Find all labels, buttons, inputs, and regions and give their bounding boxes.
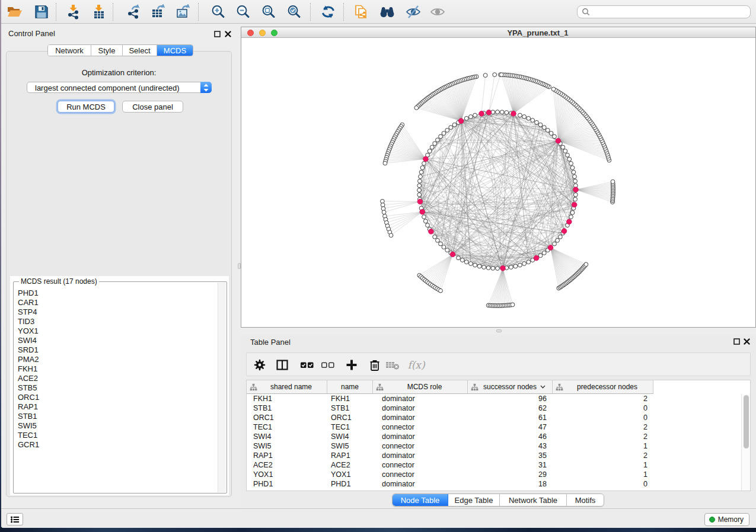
column-header-predecessor-nodes[interactable]: predecessor nodes	[553, 380, 653, 393]
network-node[interactable]	[433, 235, 437, 239]
network-node[interactable]	[556, 238, 560, 242]
search-field[interactable]	[577, 5, 751, 18]
network-node[interactable]	[442, 132, 446, 136]
network-node[interactable]	[509, 265, 513, 270]
network-leaf-node[interactable]	[499, 73, 503, 77]
column-header-shared-name[interactable]: shared name	[247, 380, 327, 393]
network-node[interactable]	[553, 242, 557, 246]
column-layout-icon[interactable]	[274, 357, 291, 373]
network-node[interactable]	[527, 116, 531, 120]
network-node[interactable]	[535, 120, 539, 124]
table-row[interactable]: RAP1RAP1dominator352	[247, 451, 750, 460]
cell-predecessor-nodes[interactable]: 1	[553, 470, 653, 479]
network-selected-node[interactable]	[479, 111, 484, 117]
network-node[interactable]	[442, 245, 446, 249]
mcds-result-item[interactable]: PHD1	[14, 289, 217, 298]
cell-MCDS-role[interactable]: connector	[373, 441, 468, 451]
network-node[interactable]	[505, 111, 509, 115]
deselect-all-icon[interactable]	[320, 357, 336, 373]
network-node[interactable]	[477, 264, 481, 268]
network-node[interactable]	[482, 265, 486, 270]
column-header-name[interactable]: name	[327, 380, 373, 393]
network-node[interactable]	[464, 260, 468, 264]
table-settings-icon[interactable]	[251, 357, 268, 373]
network-selected-node[interactable]	[500, 265, 506, 271]
network-leaf-node[interactable]	[439, 289, 443, 293]
table-row[interactable]: SWI4SWI4dominator462	[247, 432, 750, 441]
network-node[interactable]	[473, 113, 477, 117]
network-selected-node[interactable]	[548, 245, 553, 251]
mcds-result-item[interactable]: TEC1	[14, 431, 217, 440]
mcds-result-item[interactable]: STB5	[14, 383, 217, 393]
network-node[interactable]	[445, 129, 449, 133]
table-row[interactable]: PHD1PHD1dominator180	[247, 479, 750, 489]
network-node[interactable]	[546, 129, 550, 133]
tab-style[interactable]: Style	[91, 45, 123, 56]
cell-predecessor-nodes[interactable]: 2	[553, 451, 653, 460]
network-node[interactable]	[513, 264, 518, 268]
cell-successor-nodes[interactable]: 18	[468, 479, 553, 489]
mcds-result-item[interactable]: SRD1	[14, 345, 217, 355]
network-node[interactable]	[496, 267, 500, 271]
network-selected-node[interactable]	[511, 111, 516, 117]
network-node[interactable]	[433, 142, 437, 146]
network-node[interactable]	[491, 266, 495, 270]
network-view-titlebar[interactable]: YPA_prune.txt_1	[241, 27, 755, 38]
mcds-result-item[interactable]: GCR1	[14, 440, 217, 450]
float-panel-icon[interactable]	[214, 30, 221, 37]
open-file-icon[interactable]	[6, 3, 24, 21]
hide-selected-icon[interactable]	[404, 3, 422, 21]
cell-MCDS-role[interactable]: connector	[373, 470, 468, 479]
network-node[interactable]	[464, 116, 468, 120]
cell-shared-name[interactable]: STB1	[247, 403, 327, 413]
cell-predecessor-nodes[interactable]: 2	[553, 432, 653, 441]
network-node[interactable]	[531, 118, 535, 123]
network-leaf-node[interactable]	[381, 203, 385, 207]
network-node[interactable]	[527, 260, 531, 264]
network-selected-node[interactable]	[567, 219, 572, 225]
cell-successor-nodes[interactable]: 35	[468, 451, 553, 460]
network-node[interactable]	[445, 248, 449, 252]
mcds-result-item[interactable]: ACE2	[14, 374, 217, 383]
mcds-result-item[interactable]: YOX1	[14, 326, 217, 336]
save-session-icon[interactable]	[33, 3, 50, 21]
network-node[interactable]	[422, 215, 426, 219]
network-node[interactable]	[518, 113, 522, 117]
network-node[interactable]	[542, 251, 546, 255]
mcds-result-item[interactable]: RAP1	[14, 402, 217, 412]
cell-predecessor-nodes[interactable]: 2	[553, 422, 653, 432]
mcds-result-item[interactable]: SWI4	[14, 336, 217, 345]
network-selected-node[interactable]	[486, 110, 492, 116]
cell-successor-nodes[interactable]: 46	[468, 432, 553, 441]
mcds-result-item[interactable]: SWI5	[14, 421, 217, 431]
network-leaf-node[interactable]	[551, 87, 556, 91]
cell-MCDS-role[interactable]: dominator	[373, 403, 468, 413]
cell-MCDS-role[interactable]: dominator	[373, 451, 468, 460]
tab-node-table[interactable]: Node Table	[393, 494, 448, 506]
export-image-icon[interactable]	[174, 3, 192, 21]
network-selected-node[interactable]	[417, 199, 423, 204]
cell-name[interactable]: SWI5	[327, 441, 373, 451]
cell-name[interactable]: YOX1	[327, 470, 373, 479]
import-table-icon[interactable]	[90, 3, 108, 21]
cell-predecessor-nodes[interactable]: 0	[553, 403, 653, 413]
mcds-result-list[interactable]: PHD1CAR1STP4TID3YOX1SWI4SRD1PMA2FKH1ACE2…	[14, 289, 217, 492]
cell-predecessor-nodes[interactable]: 2	[553, 394, 653, 403]
mcds-list-scrollbar[interactable]	[218, 283, 226, 492]
network-selected-node[interactable]	[429, 229, 434, 235]
network-node[interactable]	[522, 262, 527, 266]
cell-shared-name[interactable]: TEC1	[247, 422, 327, 432]
cell-MCDS-role[interactable]: dominator	[373, 432, 468, 441]
network-canvas[interactable]	[241, 38, 755, 327]
close-table-panel-icon[interactable]	[744, 338, 750, 344]
network-node[interactable]	[469, 262, 473, 266]
cell-MCDS-role[interactable]: dominator	[373, 479, 468, 489]
cell-successor-nodes[interactable]: 62	[468, 403, 553, 413]
network-leaf-node[interactable]	[483, 73, 487, 78]
mcds-result-item[interactable]: FKH1	[14, 364, 217, 374]
network-node[interactable]	[518, 263, 522, 267]
network-node[interactable]	[473, 263, 477, 267]
close-window-icon[interactable]	[247, 30, 254, 36]
network-node[interactable]	[457, 256, 461, 260]
run-mcds-button[interactable]: Run MCDS	[58, 101, 114, 113]
